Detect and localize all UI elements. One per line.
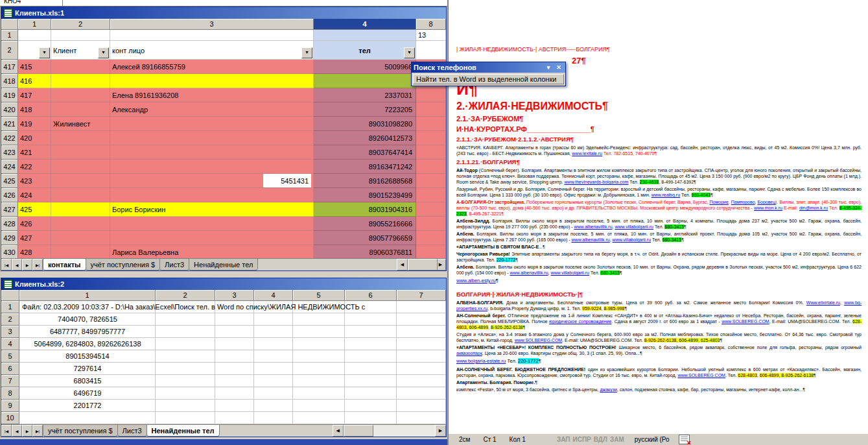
column-header[interactable]: 5	[293, 290, 345, 301]
cell[interactable]	[293, 375, 345, 387]
column-header[interactable]: 2	[51, 19, 110, 30]
cell[interactable]	[110, 217, 314, 231]
cell[interactable]	[416, 88, 446, 102]
cell[interactable]: 89055216666	[314, 217, 416, 231]
status-mode-toggle[interactable]: ЗАП	[557, 436, 570, 443]
cell[interactable]	[416, 41, 446, 60]
cell[interactable]: 5451431	[110, 174, 314, 188]
cell[interactable]	[345, 363, 397, 375]
cell[interactable]: 425	[18, 202, 51, 217]
select-all-corner[interactable]	[1, 19, 18, 30]
column-header[interactable]: 6	[345, 290, 397, 301]
cell[interactable]: 2337031	[314, 88, 416, 102]
hyperlink[interactable]: юридическое сопровождение	[549, 319, 611, 324]
cell[interactable]: Елена 89161936208	[110, 88, 314, 102]
cell[interactable]: Лариса Валерьевна	[110, 245, 314, 258]
cell[interactable]: 7223205	[314, 102, 416, 117]
cell[interactable]	[314, 30, 416, 41]
cell[interactable]	[215, 363, 254, 375]
cell[interactable]: конт лицо▼	[110, 41, 314, 60]
cell[interactable]: 418	[18, 102, 51, 117]
hyperlink[interactable]: джакузи	[600, 387, 616, 392]
row-header[interactable]: 7	[1, 375, 19, 387]
cell[interactable]: 415	[18, 60, 51, 74]
cell[interactable]	[254, 375, 293, 387]
dialog-close-icon[interactable]: ✕	[554, 64, 563, 72]
cell[interactable]	[51, 30, 110, 41]
cell[interactable]	[416, 217, 446, 231]
cell[interactable]: 89037647414	[314, 145, 416, 160]
cell[interactable]	[254, 313, 293, 326]
cell[interactable]: 89060376811	[314, 245, 416, 258]
cell[interactable]	[254, 387, 293, 400]
cell[interactable]	[51, 202, 110, 217]
excel-name-box[interactable]: КНО4	[0, 0, 447, 6]
select-all-corner[interactable]	[1, 290, 19, 301]
cell[interactable]	[156, 338, 215, 350]
hyperlink[interactable]: Пампорово	[731, 200, 755, 204]
cell[interactable]	[416, 202, 446, 217]
cell[interactable]	[397, 326, 446, 338]
hyperlink[interactable]: www.SOLBEREG.COM	[515, 338, 563, 343]
cell[interactable]: 424	[18, 188, 51, 202]
cell[interactable]: 421	[18, 145, 51, 160]
cell[interactable]	[215, 350, 254, 363]
row-header[interactable]: 1	[1, 301, 19, 313]
sheet-tab[interactable]: Лист3	[159, 259, 189, 271]
scroll-left-icon[interactable]: ◀	[397, 259, 408, 271]
cell[interactable]	[51, 188, 110, 202]
cell[interactable]	[397, 375, 446, 387]
hyperlink[interactable]: Www.elixirtale.ru	[806, 300, 840, 305]
scrollbar-track[interactable]	[408, 259, 435, 271]
hyperlink[interactable]: www.albenavillik.ru	[510, 271, 548, 275]
cell[interactable]	[51, 60, 110, 74]
row-header[interactable]: 418	[1, 74, 18, 88]
cell[interactable]	[110, 160, 314, 174]
cell[interactable]: 428	[18, 245, 51, 258]
row-header[interactable]: 8	[1, 387, 19, 400]
tab-scroll-last-icon[interactable]: ▶|	[32, 259, 43, 271]
column-header[interactable]: 3	[110, 19, 314, 30]
cell[interactable]	[345, 387, 397, 400]
cell[interactable]	[416, 102, 446, 117]
column-header[interactable]: 1	[19, 290, 156, 301]
cell[interactable]	[156, 363, 215, 375]
cell[interactable]	[416, 160, 446, 174]
cell[interactable]	[215, 375, 254, 387]
cell[interactable]	[51, 145, 110, 160]
row-header[interactable]: 5	[1, 350, 19, 363]
row-header[interactable]: 423	[1, 145, 18, 160]
sheet-tab[interactable]: Лист3	[117, 425, 147, 437]
row-header[interactable]: 417	[1, 60, 18, 74]
scrollbar-thumb[interactable]	[408, 259, 438, 271]
cell[interactable]	[416, 117, 446, 131]
cell[interactable]	[397, 400, 446, 412]
cell[interactable]	[397, 313, 446, 326]
cell[interactable]: 5009966	[314, 60, 416, 74]
hyperlink[interactable]: www.lexltale.ru	[572, 151, 602, 156]
cell[interactable]: 89162688568	[314, 174, 416, 188]
cell[interactable]: 426	[18, 217, 51, 231]
cell[interactable]	[254, 350, 293, 363]
row-header[interactable]: 4	[1, 338, 19, 350]
column-header[interactable]: 8	[416, 19, 446, 30]
cell[interactable]	[293, 326, 345, 338]
cell[interactable]	[416, 245, 446, 258]
cell[interactable]	[345, 350, 397, 363]
tab-scroll-first-icon[interactable]: |◀	[1, 259, 12, 271]
window1-titlebar[interactable]: Клиенты.xls:1	[1, 7, 446, 19]
hyperlink[interactable]: www.albenavillik.ru	[574, 224, 612, 229]
row-header[interactable]: 430	[1, 245, 18, 258]
tab-scroll-first-icon[interactable]: |◀	[1, 425, 12, 437]
tab-scroll-next-icon[interactable]: ▶	[22, 425, 32, 437]
cell[interactable]	[416, 174, 446, 188]
column-header[interactable]: 3	[215, 290, 254, 301]
status-mode-toggle[interactable]: ЗАМ	[610, 436, 624, 443]
cell[interactable]: Александр	[110, 102, 314, 117]
filter-dropdown-icon[interactable]: ▼	[404, 47, 415, 58]
cell[interactable]: 416	[18, 74, 51, 88]
cell[interactable]	[254, 363, 293, 375]
cell[interactable]	[110, 131, 314, 145]
row-header[interactable]: 1	[1, 30, 18, 41]
cell[interactable]	[51, 217, 110, 231]
